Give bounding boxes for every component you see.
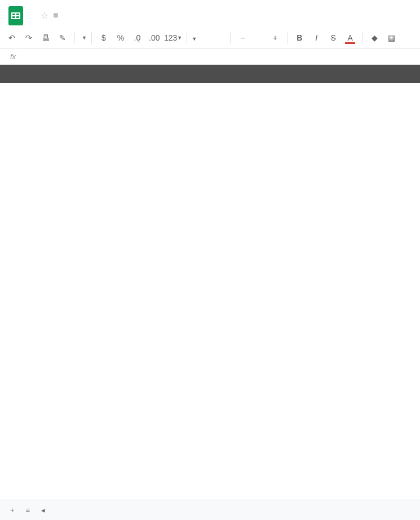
print-button[interactable]: 🖶 — [38, 30, 53, 45]
app-header: ☆ ■ — [0, 0, 420, 27]
fx-label: fx — [0, 52, 26, 61]
font-inc-button[interactable]: + — [268, 30, 282, 45]
svg-rect-3 — [11, 12, 12, 19]
dec-increase-button[interactable]: .00 — [147, 30, 162, 45]
formula-input[interactable] — [26, 50, 420, 63]
redo-button[interactable]: ↷ — [21, 30, 36, 45]
toolbar: ↶ ↷ 🖶 ✎ ▼ $ % .0̩ .00 123 ▼ ▼ − + B I S … — [0, 27, 420, 49]
sheets-logo[interactable] — [5, 5, 27, 27]
folder-icon[interactable]: ■ — [53, 10, 59, 20]
italic-button[interactable]: I — [309, 30, 324, 45]
star-icon[interactable]: ☆ — [41, 10, 48, 21]
undo-button[interactable]: ↶ — [5, 30, 19, 45]
svg-rect-4 — [15, 12, 16, 19]
filter-view-bar — [0, 65, 420, 83]
font-select[interactable]: ▼ — [192, 34, 226, 42]
dec-decrease-button[interactable]: .0̩ — [130, 30, 145, 45]
font-dec-button[interactable]: − — [235, 30, 250, 45]
bold-button[interactable]: B — [292, 30, 307, 45]
currency-button[interactable]: $ — [96, 30, 111, 45]
text-color-button[interactable]: A — [343, 30, 357, 45]
percent-button[interactable]: % — [113, 30, 128, 45]
paint-format-button[interactable]: ✎ — [55, 30, 70, 45]
zoom-select[interactable]: ▼ — [79, 35, 87, 41]
strike-button[interactable]: S — [326, 30, 341, 45]
doc-title[interactable] — [32, 14, 36, 16]
svg-rect-5 — [19, 12, 20, 19]
formula-bar: fx — [0, 49, 420, 65]
more-formats-button[interactable]: 123 ▼ — [164, 30, 182, 45]
menu-bar — [32, 21, 415, 22]
fill-color-button[interactable]: ◆ — [367, 30, 382, 45]
borders-button[interactable]: ▦ — [384, 30, 399, 45]
